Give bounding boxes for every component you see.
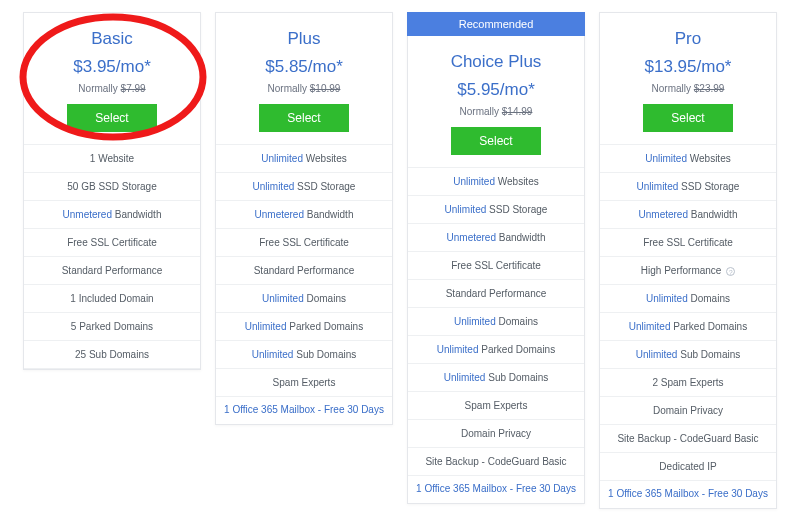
plan-header: Choice Plus$5.95/mo*Normally $14.99Selec… [408,36,584,167]
feature-item: Spam Experts [216,369,392,397]
feature-text: Standard Performance [254,265,355,276]
feature-keyword: Unlimited [454,316,496,327]
plan-normally: Normally $7.99 [32,83,192,94]
normally-value: $7.99 [121,83,146,94]
feature-item: Unmetered Bandwidth [24,201,200,229]
normally-label: Normally [78,83,120,94]
feature-item: Free SSL Certificate [216,229,392,257]
feature-item: Unlimited Websites [408,168,584,196]
feature-text: Parked Domains [670,321,747,332]
feature-text: 1 Included Domain [70,293,153,304]
feature-keyword: Unmetered [447,232,496,243]
feature-item: Standard Performance [408,280,584,308]
office-365-line: 1 Office 365 Mailbox - Free 30 Days [216,397,392,424]
feature-text: Websites [303,153,347,164]
feature-list: Unlimited WebsitesUnlimited SSD StorageU… [216,144,392,397]
feature-keyword: Unlimited [445,204,487,215]
pricing-plans: Basic$3.95/mo*Normally $7.99Select1 Webs… [16,12,784,509]
plan-header: Plus$5.85/mo*Normally $10.99Select [216,13,392,144]
feature-item: Unlimited Websites [600,145,776,173]
feature-keyword: Unmetered [255,209,304,220]
feature-item: Unlimited SSD Storage [216,173,392,201]
feature-item: 2 Spam Experts [600,369,776,397]
feature-item: Free SSL Certificate [24,229,200,257]
feature-text: Free SSL Certificate [259,237,349,248]
feature-list: Unlimited WebsitesUnlimited SSD StorageU… [600,144,776,481]
feature-item: Domain Privacy [600,397,776,425]
select-button[interactable]: Select [259,104,348,132]
info-icon[interactable]: ? [726,267,735,276]
normally-label: Normally [652,83,694,94]
select-button[interactable]: Select [451,127,540,155]
office-365-line: 1 Office 365 Mailbox - Free 30 Days [408,476,584,503]
feature-text: Free SSL Certificate [451,260,541,271]
feature-item: Site Backup - CodeGuard Basic [408,448,584,476]
feature-item: 1 Website [24,145,200,173]
office-365-line: 1 Office 365 Mailbox - Free 30 Days [600,481,776,508]
feature-keyword: Unlimited [629,321,671,332]
feature-text: Domains [688,293,730,304]
feature-text: Standard Performance [62,265,163,276]
feature-item: Free SSL Certificate [600,229,776,257]
feature-item: Unlimited Sub Domains [216,341,392,369]
plan-price: $3.95/mo* [32,57,192,77]
feature-item: Unlimited Parked Domains [408,336,584,364]
feature-item: Spam Experts [408,392,584,420]
plan-header: Basic$3.95/mo*Normally $7.99Select [24,13,200,144]
plan-name: Pro [608,29,768,49]
plan-price: $13.95/mo* [608,57,768,77]
normally-value: $23.99 [694,83,725,94]
normally-label: Normally [268,83,310,94]
feature-text: Bandwidth [688,209,737,220]
feature-item: Unlimited SSD Storage [408,196,584,224]
plan-normally: Normally $10.99 [224,83,384,94]
feature-text: Domain Privacy [461,428,531,439]
feature-text: High Performance [641,265,722,276]
feature-keyword: Unlimited [453,176,495,187]
feature-text: Site Backup - CodeGuard Basic [617,433,758,444]
feature-text: 50 GB SSD Storage [67,181,157,192]
feature-text: Domains [496,316,538,327]
recommended-badge: Recommended [407,12,585,36]
feature-item: High Performance ? [600,257,776,285]
normally-value: $10.99 [310,83,341,94]
feature-text: 1 Website [90,153,134,164]
feature-item: Unlimited Domains [408,308,584,336]
feature-item: 1 Included Domain [24,285,200,313]
plan-card-basic: Basic$3.95/mo*Normally $7.99Select1 Webs… [23,12,201,370]
feature-text: SSD Storage [294,181,355,192]
plan-name: Plus [224,29,384,49]
plan-header: Pro$13.95/mo*Normally $23.99Select [600,13,776,144]
plan-normally: Normally $14.99 [416,106,576,117]
feature-item: 50 GB SSD Storage [24,173,200,201]
feature-text: Spam Experts [465,400,528,411]
feature-item: Unlimited Domains [216,285,392,313]
feature-text: Site Backup - CodeGuard Basic [425,456,566,467]
plan-name: Choice Plus [416,52,576,72]
select-button[interactable]: Select [643,104,732,132]
feature-text: Domain Privacy [653,405,723,416]
feature-keyword: Unlimited [645,153,687,164]
select-button[interactable]: Select [67,104,156,132]
feature-item: Unlimited Websites [216,145,392,173]
feature-item: Free SSL Certificate [408,252,584,280]
feature-text: Sub Domains [485,372,548,383]
feature-keyword: Unlimited [437,344,479,355]
feature-keyword: Unlimited [253,181,295,192]
normally-label: Normally [460,106,502,117]
plan-card-pro: Pro$13.95/mo*Normally $23.99SelectUnlimi… [599,12,777,509]
feature-text: Free SSL Certificate [643,237,733,248]
feature-item: Domain Privacy [408,420,584,448]
feature-text: 25 Sub Domains [75,349,149,360]
feature-keyword: Unmetered [639,209,688,220]
feature-item: Standard Performance [216,257,392,285]
feature-item: Site Backup - CodeGuard Basic [600,425,776,453]
feature-keyword: Unlimited [636,349,678,360]
feature-text: Dedicated IP [659,461,716,472]
feature-item: Unlimited SSD Storage [600,173,776,201]
feature-keyword: Unlimited [261,153,303,164]
feature-item: Unlimited Sub Domains [408,364,584,392]
feature-text: Bandwidth [112,209,161,220]
feature-text: 2 Spam Experts [652,377,723,388]
feature-text: Free SSL Certificate [67,237,157,248]
